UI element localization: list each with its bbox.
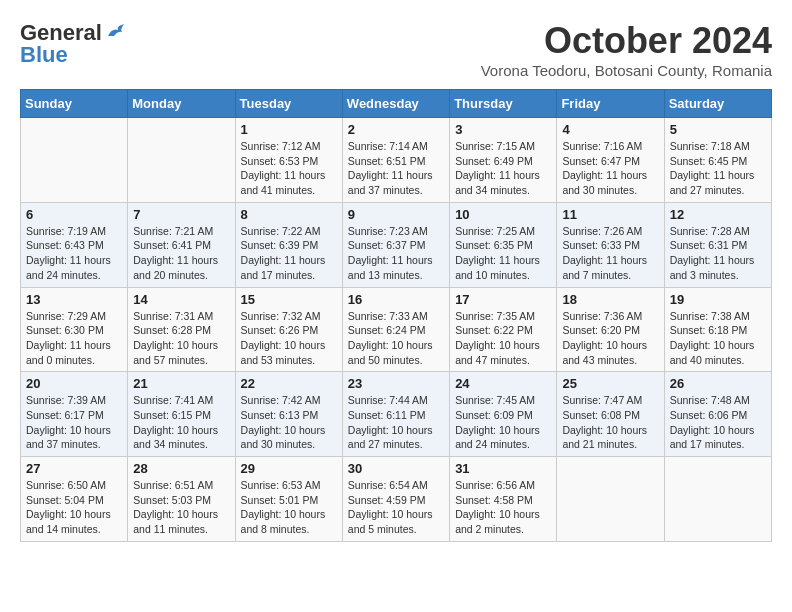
day-number: 10 [455, 207, 551, 222]
day-info: Sunrise: 7:36 AMSunset: 6:20 PMDaylight:… [562, 309, 658, 368]
weekday-header-wednesday: Wednesday [342, 90, 449, 118]
day-info: Sunrise: 7:14 AMSunset: 6:51 PMDaylight:… [348, 139, 444, 198]
calendar-week-3: 13Sunrise: 7:29 AMSunset: 6:30 PMDayligh… [21, 287, 772, 372]
day-number: 17 [455, 292, 551, 307]
day-info: Sunrise: 7:18 AMSunset: 6:45 PMDaylight:… [670, 139, 766, 198]
day-info: Sunrise: 7:32 AMSunset: 6:26 PMDaylight:… [241, 309, 337, 368]
calendar-cell: 29Sunrise: 6:53 AMSunset: 5:01 PMDayligh… [235, 457, 342, 542]
day-number: 30 [348, 461, 444, 476]
calendar-cell: 31Sunrise: 6:56 AMSunset: 4:58 PMDayligh… [450, 457, 557, 542]
day-info: Sunrise: 7:38 AMSunset: 6:18 PMDaylight:… [670, 309, 766, 368]
weekday-header-sunday: Sunday [21, 90, 128, 118]
calendar-cell [664, 457, 771, 542]
logo-blue: Blue [20, 42, 68, 68]
day-number: 5 [670, 122, 766, 137]
calendar-cell: 9Sunrise: 7:23 AMSunset: 6:37 PMDaylight… [342, 202, 449, 287]
calendar-cell: 10Sunrise: 7:25 AMSunset: 6:35 PMDayligh… [450, 202, 557, 287]
day-number: 20 [26, 376, 122, 391]
day-number: 9 [348, 207, 444, 222]
day-info: Sunrise: 6:50 AMSunset: 5:04 PMDaylight:… [26, 478, 122, 537]
calendar-cell: 28Sunrise: 6:51 AMSunset: 5:03 PMDayligh… [128, 457, 235, 542]
day-info: Sunrise: 7:45 AMSunset: 6:09 PMDaylight:… [455, 393, 551, 452]
day-info: Sunrise: 7:16 AMSunset: 6:47 PMDaylight:… [562, 139, 658, 198]
day-info: Sunrise: 7:48 AMSunset: 6:06 PMDaylight:… [670, 393, 766, 452]
day-info: Sunrise: 6:56 AMSunset: 4:58 PMDaylight:… [455, 478, 551, 537]
day-number: 1 [241, 122, 337, 137]
day-number: 14 [133, 292, 229, 307]
day-number: 12 [670, 207, 766, 222]
day-number: 25 [562, 376, 658, 391]
day-number: 29 [241, 461, 337, 476]
day-number: 26 [670, 376, 766, 391]
month-title: October 2024 [481, 20, 772, 62]
title-block: October 2024 Vorona Teodoru, Botosani Co… [481, 20, 772, 79]
calendar-table: SundayMondayTuesdayWednesdayThursdayFrid… [20, 89, 772, 542]
calendar-cell: 1Sunrise: 7:12 AMSunset: 6:53 PMDaylight… [235, 118, 342, 203]
calendar-cell [21, 118, 128, 203]
calendar-cell [557, 457, 664, 542]
weekday-header-monday: Monday [128, 90, 235, 118]
day-number: 27 [26, 461, 122, 476]
day-info: Sunrise: 7:42 AMSunset: 6:13 PMDaylight:… [241, 393, 337, 452]
calendar-cell: 21Sunrise: 7:41 AMSunset: 6:15 PMDayligh… [128, 372, 235, 457]
calendar-cell: 14Sunrise: 7:31 AMSunset: 6:28 PMDayligh… [128, 287, 235, 372]
day-info: Sunrise: 7:33 AMSunset: 6:24 PMDaylight:… [348, 309, 444, 368]
day-info: Sunrise: 7:41 AMSunset: 6:15 PMDaylight:… [133, 393, 229, 452]
day-info: Sunrise: 7:21 AMSunset: 6:41 PMDaylight:… [133, 224, 229, 283]
calendar-week-2: 6Sunrise: 7:19 AMSunset: 6:43 PMDaylight… [21, 202, 772, 287]
calendar-cell: 18Sunrise: 7:36 AMSunset: 6:20 PMDayligh… [557, 287, 664, 372]
day-info: Sunrise: 7:31 AMSunset: 6:28 PMDaylight:… [133, 309, 229, 368]
day-number: 4 [562, 122, 658, 137]
calendar-cell: 25Sunrise: 7:47 AMSunset: 6:08 PMDayligh… [557, 372, 664, 457]
calendar-cell: 7Sunrise: 7:21 AMSunset: 6:41 PMDaylight… [128, 202, 235, 287]
calendar-cell: 3Sunrise: 7:15 AMSunset: 6:49 PMDaylight… [450, 118, 557, 203]
logo: General Blue [20, 20, 128, 68]
day-number: 13 [26, 292, 122, 307]
day-number: 24 [455, 376, 551, 391]
calendar-cell: 11Sunrise: 7:26 AMSunset: 6:33 PMDayligh… [557, 202, 664, 287]
day-number: 2 [348, 122, 444, 137]
day-info: Sunrise: 7:12 AMSunset: 6:53 PMDaylight:… [241, 139, 337, 198]
weekday-header-tuesday: Tuesday [235, 90, 342, 118]
day-info: Sunrise: 7:47 AMSunset: 6:08 PMDaylight:… [562, 393, 658, 452]
calendar-week-1: 1Sunrise: 7:12 AMSunset: 6:53 PMDaylight… [21, 118, 772, 203]
day-info: Sunrise: 7:23 AMSunset: 6:37 PMDaylight:… [348, 224, 444, 283]
day-info: Sunrise: 7:28 AMSunset: 6:31 PMDaylight:… [670, 224, 766, 283]
calendar-cell: 27Sunrise: 6:50 AMSunset: 5:04 PMDayligh… [21, 457, 128, 542]
calendar-cell: 2Sunrise: 7:14 AMSunset: 6:51 PMDaylight… [342, 118, 449, 203]
day-number: 31 [455, 461, 551, 476]
day-number: 28 [133, 461, 229, 476]
day-number: 7 [133, 207, 229, 222]
calendar-cell [128, 118, 235, 203]
calendar-cell: 23Sunrise: 7:44 AMSunset: 6:11 PMDayligh… [342, 372, 449, 457]
day-number: 11 [562, 207, 658, 222]
day-info: Sunrise: 7:39 AMSunset: 6:17 PMDaylight:… [26, 393, 122, 452]
calendar-cell: 30Sunrise: 6:54 AMSunset: 4:59 PMDayligh… [342, 457, 449, 542]
calendar-cell: 8Sunrise: 7:22 AMSunset: 6:39 PMDaylight… [235, 202, 342, 287]
calendar-cell: 15Sunrise: 7:32 AMSunset: 6:26 PMDayligh… [235, 287, 342, 372]
day-info: Sunrise: 7:19 AMSunset: 6:43 PMDaylight:… [26, 224, 122, 283]
day-number: 23 [348, 376, 444, 391]
calendar-week-4: 20Sunrise: 7:39 AMSunset: 6:17 PMDayligh… [21, 372, 772, 457]
day-info: Sunrise: 7:22 AMSunset: 6:39 PMDaylight:… [241, 224, 337, 283]
calendar-cell: 26Sunrise: 7:48 AMSunset: 6:06 PMDayligh… [664, 372, 771, 457]
day-number: 8 [241, 207, 337, 222]
calendar-cell: 5Sunrise: 7:18 AMSunset: 6:45 PMDaylight… [664, 118, 771, 203]
day-number: 19 [670, 292, 766, 307]
calendar-cell: 12Sunrise: 7:28 AMSunset: 6:31 PMDayligh… [664, 202, 771, 287]
day-number: 6 [26, 207, 122, 222]
day-info: Sunrise: 6:54 AMSunset: 4:59 PMDaylight:… [348, 478, 444, 537]
day-number: 22 [241, 376, 337, 391]
location-subtitle: Vorona Teodoru, Botosani County, Romania [481, 62, 772, 79]
day-number: 16 [348, 292, 444, 307]
calendar-cell: 22Sunrise: 7:42 AMSunset: 6:13 PMDayligh… [235, 372, 342, 457]
day-number: 21 [133, 376, 229, 391]
weekday-header-thursday: Thursday [450, 90, 557, 118]
weekday-header-saturday: Saturday [664, 90, 771, 118]
calendar-cell: 4Sunrise: 7:16 AMSunset: 6:47 PMDaylight… [557, 118, 664, 203]
day-info: Sunrise: 7:44 AMSunset: 6:11 PMDaylight:… [348, 393, 444, 452]
calendar-week-5: 27Sunrise: 6:50 AMSunset: 5:04 PMDayligh… [21, 457, 772, 542]
calendar-cell: 16Sunrise: 7:33 AMSunset: 6:24 PMDayligh… [342, 287, 449, 372]
calendar-cell: 19Sunrise: 7:38 AMSunset: 6:18 PMDayligh… [664, 287, 771, 372]
day-number: 15 [241, 292, 337, 307]
